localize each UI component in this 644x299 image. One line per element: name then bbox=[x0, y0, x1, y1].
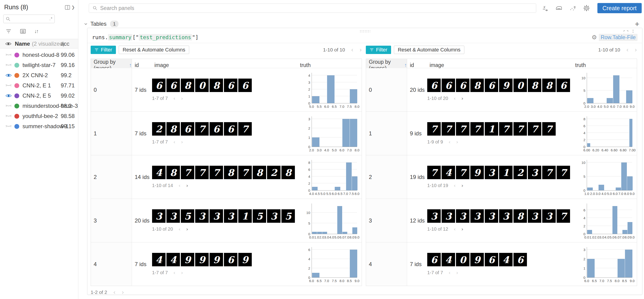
mnist-digit-image[interactable]: 8 bbox=[514, 209, 527, 223]
panel-type-link[interactable]: Row.Table-File bbox=[599, 34, 638, 41]
regex-toggle[interactable]: .* bbox=[50, 16, 52, 21]
mnist-digit-image[interactable]: 4 bbox=[499, 253, 512, 266]
mnist-digit-image[interactable]: 7 bbox=[210, 166, 223, 179]
mnist-digit-image[interactable]: 1 bbox=[238, 209, 252, 223]
chevron-down-icon[interactable] bbox=[84, 22, 88, 26]
settings-gear-icon[interactable] bbox=[583, 5, 590, 12]
mnist-digit-image[interactable]: 6 bbox=[556, 78, 570, 92]
mnist-digit-image[interactable]: 8 bbox=[166, 166, 180, 179]
mnist-digit-image[interactable]: 0 bbox=[195, 78, 209, 92]
run-row[interactable]: CNN-2, E 197.71 bbox=[0, 80, 78, 91]
panel-config-gear-icon[interactable]: ⚙ bbox=[592, 34, 597, 41]
sort-ascending-icon[interactable]: ↑ bbox=[129, 62, 132, 68]
mnist-digit-image[interactable]: 7 bbox=[181, 166, 194, 179]
image-page-prev-icon[interactable]: ‹ bbox=[448, 140, 451, 145]
mnist-digit-image[interactable]: 2 bbox=[152, 122, 166, 136]
mnist-digit-image[interactable]: 6 bbox=[166, 78, 180, 92]
filter-runs-icon[interactable] bbox=[6, 29, 12, 34]
mnist-digit-image[interactable]: 3 bbox=[528, 166, 541, 179]
mnist-digit-image[interactable]: 6 bbox=[224, 253, 238, 266]
image-page-next-icon[interactable]: › bbox=[181, 270, 183, 275]
image-page-next-icon[interactable]: › bbox=[461, 183, 464, 188]
runs-search-input[interactable] bbox=[12, 16, 48, 22]
image-page-prev-icon[interactable]: ‹ bbox=[174, 140, 176, 145]
sort-runs-icon[interactable]: ↓↑ bbox=[34, 28, 38, 34]
eye-icon[interactable] bbox=[5, 42, 12, 46]
image-page-prev-icon[interactable]: ‹ bbox=[178, 183, 180, 188]
eye-open-icon[interactable] bbox=[5, 94, 12, 98]
mnist-digit-image[interactable]: 9 bbox=[195, 253, 209, 266]
mnist-digit-image[interactable]: 7 bbox=[556, 166, 570, 179]
footer-page-prev-icon[interactable]: ‹ bbox=[113, 289, 116, 295]
eye-closed-icon[interactable] bbox=[5, 83, 12, 88]
query-bar[interactable]: runs.summary["test_predictions"] ⚙ Row.T… bbox=[92, 33, 638, 42]
mnist-digit-image[interactable]: 3 bbox=[499, 209, 512, 223]
eye-closed-icon[interactable] bbox=[5, 124, 12, 129]
image-page-prev-icon[interactable]: ‹ bbox=[174, 270, 176, 275]
mnist-digit-image[interactable]: 3 bbox=[267, 209, 280, 223]
mnist-digit-image[interactable]: 9 bbox=[470, 166, 484, 179]
mnist-digit-image[interactable]: 2 bbox=[514, 166, 527, 179]
mnist-digit-image[interactable]: 6 bbox=[238, 78, 252, 92]
add-panel-icon[interactable]: + bbox=[635, 22, 639, 26]
mnist-digit-image[interactable]: 9 bbox=[181, 253, 194, 266]
filter-button[interactable]: Filter bbox=[91, 46, 116, 54]
mnist-digit-image[interactable]: 4 bbox=[442, 253, 455, 266]
run-row[interactable]: honest-cloud-899.06 bbox=[0, 50, 78, 60]
sort-ascending-icon[interactable]: ↑ bbox=[404, 62, 407, 68]
run-row[interactable]: twilight-star-799.16 bbox=[0, 60, 78, 70]
mnist-digit-image[interactable]: 0 bbox=[456, 253, 470, 266]
mnist-digit-image[interactable]: 7 bbox=[556, 209, 570, 223]
eye-closed-icon[interactable] bbox=[5, 104, 12, 108]
acc-column-header[interactable]: acc bbox=[61, 40, 69, 47]
mnist-digit-image[interactable]: 7 bbox=[499, 122, 512, 136]
mnist-digit-image[interactable]: 8 bbox=[166, 122, 180, 136]
mnist-digit-image[interactable]: 8 bbox=[210, 78, 223, 92]
run-row[interactable]: summer-shadow-199.15 bbox=[0, 121, 78, 132]
run-row[interactable]: misunderstood-haze-398.2 bbox=[0, 101, 78, 111]
mnist-digit-image[interactable]: 7 bbox=[195, 166, 209, 179]
mnist-digit-image[interactable]: 0 bbox=[514, 78, 527, 92]
table-columns-icon[interactable] bbox=[20, 28, 26, 34]
mnist-digit-image[interactable]: 8 bbox=[253, 166, 266, 179]
image-page-prev-icon[interactable]: ‹ bbox=[454, 227, 456, 232]
mnist-digit-image[interactable]: 7 bbox=[456, 166, 470, 179]
run-row[interactable]: youthful-bee-298.58 bbox=[0, 111, 78, 121]
image-page-next-icon[interactable]: › bbox=[186, 183, 188, 188]
mnist-digit-image[interactable]: 8 bbox=[282, 166, 295, 179]
image-page-next-icon[interactable]: › bbox=[181, 96, 183, 101]
smoothing-icon[interactable] bbox=[555, 5, 563, 12]
run-row[interactable]: 2X CNN-299.2 bbox=[0, 70, 78, 80]
mnist-digit-image[interactable]: 7 bbox=[528, 122, 541, 136]
mnist-digit-image[interactable]: 3 bbox=[427, 209, 441, 223]
mnist-digit-image[interactable]: 9 bbox=[238, 253, 252, 266]
search-panels-input[interactable] bbox=[100, 5, 533, 11]
mnist-digit-image[interactable]: 8 bbox=[542, 78, 556, 92]
sidebar-collapse-button[interactable]: ❯ bbox=[64, 4, 75, 10]
mnist-digit-image[interactable]: 4 bbox=[166, 253, 180, 266]
image-page-next-icon[interactable]: › bbox=[181, 140, 183, 145]
mnist-digit-image[interactable]: 7 bbox=[427, 166, 441, 179]
mnist-digit-image[interactable]: 1 bbox=[499, 166, 512, 179]
mnist-digit-image[interactable]: 6 bbox=[514, 253, 527, 266]
image-page-prev-icon[interactable]: ‹ bbox=[174, 96, 176, 101]
mnist-digit-image[interactable]: 6 bbox=[427, 78, 441, 92]
mnist-digit-image[interactable]: 9 bbox=[210, 253, 223, 266]
mnist-digit-image[interactable]: 9 bbox=[499, 78, 512, 92]
image-page-prev-icon[interactable]: ‹ bbox=[178, 227, 180, 232]
mnist-digit-image[interactable]: 8 bbox=[224, 166, 238, 179]
mnist-digit-image[interactable]: 3 bbox=[485, 209, 498, 223]
x-axis-settings-icon[interactable]: x bbox=[542, 5, 549, 12]
mnist-digit-image[interactable]: 7 bbox=[238, 166, 252, 179]
image-page-next-icon[interactable]: › bbox=[461, 96, 464, 101]
page-next-icon[interactable]: › bbox=[360, 47, 362, 53]
mnist-digit-image[interactable]: 5 bbox=[282, 209, 295, 223]
mnist-digit-image[interactable]: 3 bbox=[442, 209, 455, 223]
mnist-digit-image[interactable]: 6 bbox=[427, 253, 441, 266]
eye-closed-icon[interactable] bbox=[5, 114, 12, 118]
mnist-digit-image[interactable]: 6 bbox=[224, 78, 238, 92]
runs-search-box[interactable]: .* bbox=[3, 14, 55, 23]
mnist-digit-image[interactable]: 3 bbox=[456, 209, 470, 223]
name-column-header[interactable]: Name bbox=[15, 40, 30, 47]
footer-page-next-icon[interactable]: › bbox=[122, 289, 124, 295]
